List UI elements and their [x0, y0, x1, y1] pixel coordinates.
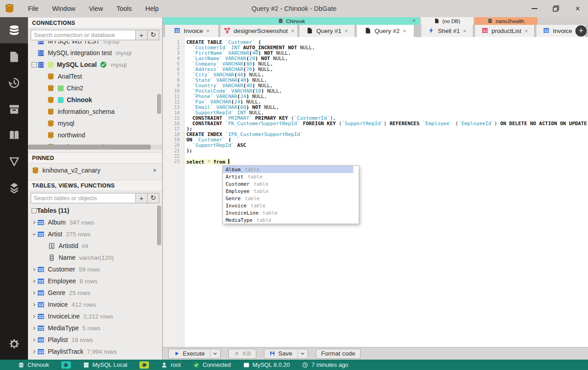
status-color-chip[interactable] — [139, 361, 149, 369]
save-dropdown-button[interactable] — [297, 349, 308, 359]
status-chinook[interactable]: Chinook — [18, 361, 49, 368]
refresh-objects-button[interactable]: ↻ — [148, 193, 159, 203]
tab-invoice[interactable]: Invoice× — [165, 25, 219, 37]
expander-icon[interactable] — [31, 314, 37, 319]
connections-horizontal-scrollbar[interactable] — [28, 145, 162, 150]
close-button[interactable]: × — [574, 5, 582, 13]
close-tab-icon[interactable]: × — [291, 28, 295, 34]
connections-search-input[interactable] — [31, 30, 136, 40]
tables-group[interactable]: −Tables (11) — [28, 205, 162, 216]
format-code-button[interactable]: Format code — [316, 349, 361, 359]
close-group-icon[interactable]: × — [412, 18, 416, 24]
close-tab-icon[interactable]: × — [344, 28, 348, 34]
expander-icon[interactable]: − — [31, 208, 37, 213]
connection-item[interactable]: mysql — [28, 117, 162, 129]
minimize-button[interactable] — [530, 5, 538, 13]
status-root[interactable]: root — [161, 361, 181, 368]
rail-item-settings-gear-icon[interactable] — [0, 331, 28, 357]
kill-button[interactable]: Kill — [228, 349, 256, 359]
tab-group-chinook[interactable]: Chinook× — [163, 17, 420, 25]
pinned-item[interactable]: knihovna_v2_canary× — [28, 164, 162, 177]
expander-icon[interactable] — [31, 337, 37, 342]
expander-icon[interactable] — [31, 220, 37, 225]
menu-window[interactable]: Window — [45, 0, 82, 17]
expander-icon[interactable] — [31, 232, 37, 237]
rail-item-files-icon[interactable] — [0, 43, 28, 70]
rail-item-history-icon[interactable] — [0, 70, 28, 96]
autocomplete-item[interactable]: Albumtable — [223, 166, 353, 173]
tab-group-nano2health[interactable]: nano2health — [474, 17, 537, 25]
status-7-minutes-ago[interactable]: 7 minutes ago — [302, 361, 348, 368]
table-item[interactable]: MediaType5 rows — [28, 322, 162, 334]
execute-button[interactable]: Execute — [168, 349, 210, 359]
autocomplete-item[interactable]: InvoiceLinetable — [223, 209, 353, 216]
menu-help[interactable]: Help — [139, 0, 166, 17]
connection-item[interactable]: −MySQL Localmysql — [28, 59, 162, 70]
connection-item[interactable]: information_schema — [28, 106, 162, 117]
expander-icon[interactable]: − — [31, 62, 37, 67]
rail-item-plugins-layers-icon[interactable] — [0, 174, 28, 201]
new-tab-button[interactable]: + — [575, 25, 587, 37]
menu-view[interactable]: View — [82, 0, 110, 17]
rail-item-connections-database-icon[interactable] — [0, 17, 28, 43]
connection-item[interactable]: Chinook — [28, 94, 162, 106]
expander-icon[interactable] — [31, 349, 37, 354]
menu-tools[interactable]: Tools — [110, 0, 139, 17]
refresh-connections-button[interactable]: ↻ — [148, 30, 159, 40]
expander-icon[interactable] — [31, 290, 37, 295]
autocomplete-item[interactable]: MediaTypetable — [223, 216, 353, 224]
autocomplete-item[interactable]: Customertable — [223, 180, 353, 187]
tab-group--no-db-[interactable]: (no DB) — [421, 17, 473, 25]
autocomplete-item[interactable]: Artisttable — [223, 173, 353, 180]
connection-item[interactable]: performance_schema — [28, 141, 162, 145]
autocomplete-item[interactable]: Genretable — [223, 195, 353, 202]
table-item[interactable]: PlaylistTrack7,994 rows — [28, 346, 162, 357]
objects-search-input[interactable] — [31, 193, 136, 203]
save-button[interactable]: Save — [264, 349, 297, 359]
status-connected[interactable]: Connected — [193, 361, 231, 368]
table-item[interactable]: Invoice412 rows — [28, 299, 162, 310]
table-item[interactable]: Album347 rows — [28, 216, 162, 228]
connection-item[interactable]: AnalTest — [28, 70, 162, 82]
table-item[interactable]: Employee8 rows — [28, 275, 162, 287]
table-item[interactable]: Customer59 rows — [28, 263, 162, 275]
status-mysql-local[interactable]: MySQL Local — [83, 361, 128, 368]
connection-item[interactable]: northwind — [28, 129, 162, 141]
status-color-chip[interactable] — [61, 361, 71, 369]
tab-shell-1[interactable]: Shell #1× — [421, 25, 473, 37]
column-item[interactable]: Namevarchar(120) — [28, 252, 162, 263]
tab-query-1[interactable]: Query #1× — [299, 25, 355, 37]
menu-file[interactable]: File — [21, 0, 45, 17]
rail-item-funnel-icon[interactable] — [0, 148, 28, 174]
close-tab-icon[interactable]: × — [206, 28, 210, 34]
expander-icon[interactable] — [31, 326, 37, 331]
close-tab-icon[interactable]: × — [524, 28, 528, 34]
close-tab-icon[interactable]: × — [403, 28, 406, 34]
add-object-button[interactable]: + — [136, 193, 148, 203]
column-item[interactable]: 1ArtistIdint — [28, 240, 162, 252]
connections-vertical-scrollbar[interactable] — [157, 94, 161, 114]
unpin-close-icon[interactable]: × — [153, 167, 157, 174]
expander-icon[interactable] — [31, 302, 37, 307]
tab-designerscreenshot[interactable]: designerScreenshot× — [220, 25, 298, 37]
autocomplete-item[interactable]: Employeetable — [223, 187, 353, 195]
connection-item[interactable]: MYSQL WD TESTmysql — [28, 41, 162, 47]
expander-icon[interactable] — [31, 279, 37, 284]
expander-icon[interactable] — [31, 267, 37, 272]
connection-item[interactable]: MySQL integration testmysql — [28, 47, 162, 59]
rail-item-archive-icon[interactable] — [0, 96, 28, 122]
status-mysql-8-0-20[interactable]: MySQL 8.0.20 — [243, 361, 290, 368]
connection-item[interactable]: Chin2 — [28, 82, 162, 94]
restore-button[interactable] — [552, 5, 560, 13]
close-tab-icon[interactable]: × — [463, 28, 467, 34]
table-item[interactable]: Genre25 rows — [28, 287, 162, 299]
table-item[interactable]: InvoiceLine2,212 rows — [28, 310, 162, 322]
add-connection-button[interactable]: + — [136, 30, 148, 40]
autocomplete-item[interactable]: Invoicetable — [223, 202, 353, 209]
objects-vertical-scrollbar[interactable] — [157, 206, 161, 245]
table-item[interactable]: Artist275 rows — [28, 228, 162, 240]
rail-item-favorites-book-icon[interactable] — [0, 122, 28, 148]
tab-query-2[interactable]: Query #2× — [357, 25, 414, 37]
table-item[interactable]: Playlist18 rows — [28, 334, 162, 346]
execute-dropdown-button[interactable] — [210, 349, 221, 359]
